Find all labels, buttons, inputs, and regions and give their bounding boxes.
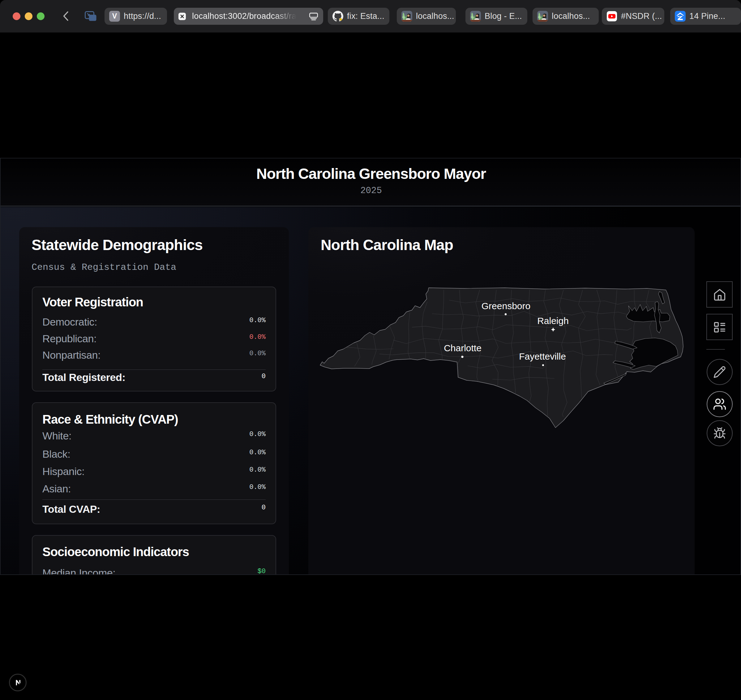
- svg-text:Raleigh: Raleigh: [537, 316, 569, 326]
- svg-text:Fayetteville: Fayetteville: [519, 351, 566, 362]
- svg-text:Greensboro: Greensboro: [481, 301, 530, 311]
- svg-text:Charlotte: Charlotte: [444, 343, 481, 353]
